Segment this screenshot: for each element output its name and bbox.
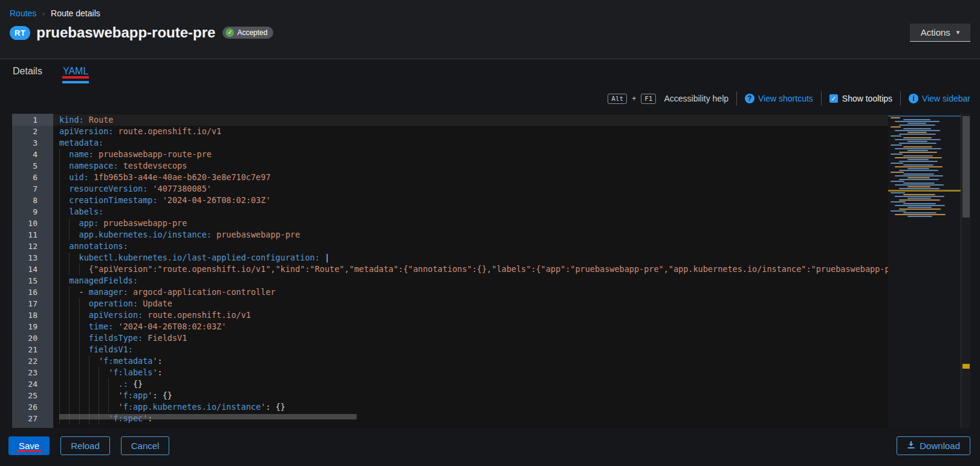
show-tooltips-label: Show tooltips [842, 94, 892, 103]
code-line: 24 .: {} [12, 378, 888, 390]
actions-button-label: Actions [921, 27, 950, 37]
indent-guide [59, 298, 60, 309]
line-number: 19 [12, 322, 53, 331]
save-button-label: Save [19, 441, 39, 451]
actions-button[interactable]: Actions ▾ [910, 24, 970, 42]
indent-guide [59, 252, 60, 264]
view-sidebar-link[interactable]: i View sidebar [909, 94, 970, 103]
line-number: 7 [12, 184, 53, 193]
line-number: 24 [12, 380, 53, 389]
checkbox-checked-icon: ✓ [829, 94, 838, 103]
indent-guide [108, 390, 109, 401]
line-number: 9 [12, 207, 53, 216]
check-circle-icon: ✓ [226, 28, 234, 37]
indent-guide [69, 321, 70, 332]
indent-guide [99, 401, 99, 413]
code-line: 8 creationTimestamp: '2024-04-26T08:02:0… [12, 195, 888, 206]
resource-kind-badge: RT [10, 26, 30, 40]
indent-guide [59, 286, 60, 298]
indent-guide [79, 264, 80, 275]
show-tooltips-checkbox[interactable]: ✓ Show tooltips [829, 94, 892, 103]
indent-guide [89, 367, 89, 378]
indent-guide [79, 309, 80, 321]
indent-guide [59, 401, 60, 413]
yaml-editor[interactable]: 1kind: Route2apiVersion: route.openshift… [12, 114, 970, 428]
line-number: 4 [12, 150, 53, 159]
indent-guide [69, 286, 70, 298]
code-line: 22 'f:metadata': [12, 355, 888, 367]
indent-guide [89, 378, 89, 390]
code-line: 11 app.kubernetes.io/instance: pruebaswe… [12, 229, 888, 241]
info-circle-icon: i [909, 94, 918, 103]
download-icon [907, 441, 915, 451]
indent-guide [59, 183, 60, 195]
caret-down-icon: ▾ [956, 28, 960, 36]
indent-guide [69, 367, 70, 378]
minimap[interactable] [888, 114, 961, 428]
view-shortcuts-link[interactable]: ? View shortcuts [745, 94, 813, 103]
accessibility-help-label: Accessibility help [664, 94, 729, 103]
page-title: pruebaswebapp-route-pre [36, 24, 215, 41]
indent-guide [99, 378, 99, 390]
download-button[interactable]: Download [897, 436, 970, 455]
line-number: 27 [12, 414, 53, 423]
indent-guide [59, 149, 60, 160]
breadcrumb-routes-link[interactable]: Routes [10, 8, 36, 18]
line-number: 15 [12, 276, 53, 285]
indent-guide [79, 344, 80, 355]
code-line: 2apiVersion: route.openshift.io/v1 [12, 126, 888, 137]
code-line: 17 operation: Update [12, 298, 888, 309]
line-number: 17 [12, 299, 53, 308]
indent-guide [79, 390, 80, 401]
indent-guide [69, 264, 70, 275]
indent-guide [99, 367, 99, 378]
indent-guide [69, 344, 70, 355]
indent-guide [59, 160, 60, 172]
line-number: 10 [12, 219, 53, 228]
download-button-label: Download [920, 441, 960, 451]
line-number: 8 [12, 196, 53, 205]
line-number: 12 [12, 242, 53, 251]
code-line: 6 uid: 1fb965b3-a44e-40ae-b620-3e8e710c7… [12, 172, 888, 183]
indent-guide [89, 355, 89, 367]
indent-guide [59, 378, 60, 390]
indent-guide [69, 332, 70, 344]
status-badge-label: Accepted [237, 28, 267, 37]
breadcrumb-separator-icon: › [42, 10, 45, 17]
horizontal-scrollbar[interactable] [59, 414, 357, 419]
tab-yaml[interactable]: YAML [62, 59, 89, 83]
code-line: 16 - manager: argocd-application-control… [12, 286, 888, 298]
reload-button[interactable]: Reload [60, 436, 110, 455]
line-number: 26 [12, 403, 53, 412]
indent-guide [79, 378, 80, 390]
code-line: 26 'f:app.kubernetes.io/instance': {} [12, 401, 888, 413]
red-annotation-underline [62, 76, 89, 79]
line-number: 13 [12, 253, 53, 262]
code-line: 10 app: pruebaswebapp-pre [12, 218, 888, 229]
status-badge: ✓ Accepted [222, 27, 273, 39]
indent-guide [79, 321, 80, 332]
code-line: 9 labels: [12, 206, 888, 218]
line-number: 14 [12, 265, 53, 274]
code-line: 15 managedFields: [12, 275, 888, 286]
code-line: 7 resourceVersion: '4077380085' [12, 183, 888, 195]
indent-guide [59, 241, 60, 252]
line-number: 5 [12, 161, 53, 170]
line-number: 3 [12, 138, 53, 147]
indent-guide [89, 401, 89, 413]
code-line: 1kind: Route [12, 114, 888, 126]
indent-guide [69, 401, 70, 413]
indent-guide [89, 390, 89, 401]
indent-guide [69, 355, 70, 367]
indent-guide [69, 390, 70, 401]
code-line: 13 kubectl.kubernetes.io/last-applied-co… [12, 252, 888, 264]
line-number: 11 [12, 230, 53, 239]
code-area[interactable]: 1kind: Route2apiVersion: route.openshift… [12, 114, 888, 428]
vertical-scrollbar[interactable] [962, 116, 970, 218]
cancel-button[interactable]: Cancel [121, 436, 170, 455]
tab-details[interactable]: Details [12, 59, 43, 83]
kbd-alt: Alt [608, 94, 627, 104]
reload-button-label: Reload [71, 441, 100, 451]
save-button[interactable]: Save [8, 436, 50, 455]
indent-guide [79, 401, 80, 413]
